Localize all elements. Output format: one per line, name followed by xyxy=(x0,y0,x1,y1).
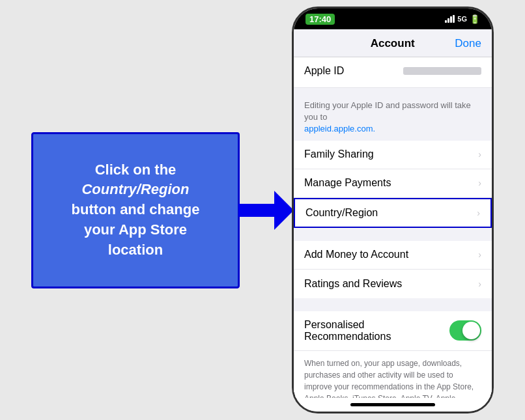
separator-1 xyxy=(294,234,492,241)
add-money-row[interactable]: Add Money to Account › xyxy=(294,241,492,270)
money-ratings-group: Add Money to Account › Ratings and Revie… xyxy=(294,241,492,298)
home-bar xyxy=(350,403,435,406)
instruction-box: Click on the Country/Region button and c… xyxy=(31,132,240,288)
manage-payments-row[interactable]: Manage Payments › xyxy=(294,169,492,198)
apple-id-label: Apple ID xyxy=(304,65,481,77)
signal-bars xyxy=(445,15,455,23)
apple-id-value-blur xyxy=(403,67,481,75)
apple-id-row[interactable]: Apple ID xyxy=(294,57,492,88)
country-region-label: Country/Region xyxy=(305,207,378,219)
personalised-desc-text: When turned on, your app usage, download… xyxy=(304,357,481,398)
nav-bar: Account Done xyxy=(294,29,492,57)
ratings-label: Ratings and Reviews xyxy=(304,278,402,290)
personalised-group: Personalised Recommendations When turned… xyxy=(294,311,492,398)
chevron-icon: › xyxy=(478,178,481,188)
personalised-toggle-row: Personalised Recommendations xyxy=(294,311,492,351)
status-bar: 17:40 5G 🔋 xyxy=(294,8,492,29)
chevron-icon: › xyxy=(478,279,481,289)
arrow-container xyxy=(240,191,292,230)
phone-mockup: 17:40 5G 🔋 Account Done xyxy=(292,7,494,413)
appleid-link[interactable]: appleid.apple.com. xyxy=(304,124,375,133)
nav-title: Account xyxy=(371,37,415,50)
home-indicator xyxy=(294,398,492,412)
network-label: 5G xyxy=(457,15,467,23)
signal-bar-3 xyxy=(450,16,452,23)
signal-bar-4 xyxy=(453,15,455,23)
chevron-icon: › xyxy=(478,249,481,260)
apple-id-info-text: Editing your Apple ID and password will … xyxy=(304,100,481,135)
settings-content: Apple ID Editing your Apple ID and passw… xyxy=(294,57,492,398)
done-button[interactable]: Done xyxy=(455,37,481,50)
personalised-toggle[interactable] xyxy=(449,320,481,341)
separator-2 xyxy=(294,305,492,311)
status-time: 17:40 xyxy=(305,14,335,25)
info-text-block: Editing your Apple ID and password will … xyxy=(294,94,492,141)
manage-payments-label: Manage Payments xyxy=(304,177,391,189)
payments-group: Family Sharing › Manage Payments › Count… xyxy=(294,141,492,228)
chevron-icon: › xyxy=(478,149,481,160)
ratings-row[interactable]: Ratings and Reviews › xyxy=(294,270,492,298)
personalised-label: Personalised Recommendations xyxy=(304,319,449,343)
instruction-text: Click on the Country/Region button and c… xyxy=(72,160,200,260)
signal-bar-1 xyxy=(445,20,447,23)
main-container: Click on the Country/Region button and c… xyxy=(0,0,525,420)
signal-bar-2 xyxy=(447,18,449,23)
toggle-knob xyxy=(462,322,480,339)
status-icons: 5G 🔋 xyxy=(445,14,480,24)
battery-icon: 🔋 xyxy=(470,14,480,24)
family-sharing-row[interactable]: Family Sharing › xyxy=(294,141,492,169)
family-sharing-label: Family Sharing xyxy=(304,148,374,160)
chevron-icon: › xyxy=(477,208,480,218)
personalised-description: When turned on, your app usage, download… xyxy=(294,351,492,398)
apple-id-group: Apple ID xyxy=(294,57,492,88)
country-region-row[interactable]: Country/Region › xyxy=(294,198,492,228)
add-money-label: Add Money to Account xyxy=(304,249,408,260)
